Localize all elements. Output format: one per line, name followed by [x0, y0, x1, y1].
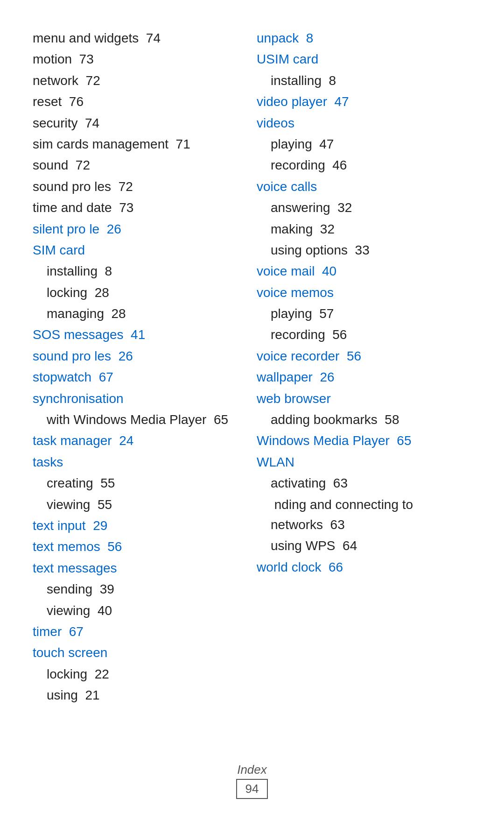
- sub-entry: using 21: [33, 685, 243, 705]
- index-link-entry[interactable]: text memos 56: [33, 537, 243, 557]
- sub-entry: installing 8: [33, 261, 243, 281]
- index-link-entry[interactable]: stopwatch 67: [33, 367, 243, 387]
- sub-entry: locking 28: [33, 283, 243, 303]
- sub-entry: recording 56: [257, 325, 471, 345]
- sub-entry: using WPS 64: [257, 536, 471, 556]
- index-link-entry[interactable]: videos: [257, 113, 471, 133]
- index-link-entry[interactable]: text input 29: [33, 516, 243, 536]
- index-link-entry[interactable]: Windows Media Player 65: [257, 431, 471, 451]
- footer-label: Index: [0, 763, 504, 777]
- index-link-entry[interactable]: sound pro les 26: [33, 346, 243, 366]
- sub-entry: with Windows Media Player 65: [33, 410, 243, 430]
- right-column: unpack 8USIM cardinstalling 8video playe…: [252, 28, 471, 707]
- page-footer: Index 94: [0, 763, 504, 799]
- index-link-entry[interactable]: touch screen: [33, 643, 243, 663]
- index-link-entry[interactable]: wallpaper 26: [257, 367, 471, 387]
- sub-entry: installing 8: [257, 71, 471, 91]
- sub-entry: making 32: [257, 219, 471, 239]
- sub-entry: creating 55: [33, 473, 243, 493]
- footer-page-number: 94: [236, 779, 268, 799]
- sub-entry: recording 46: [257, 155, 471, 175]
- index-link-entry[interactable]: voice calls: [257, 177, 471, 197]
- index-link-entry[interactable]: tasks: [33, 452, 243, 472]
- index-link-entry[interactable]: WLAN: [257, 452, 471, 472]
- index-plain-entry: sound pro les 72: [33, 177, 243, 197]
- sub-entry: using options 33: [257, 240, 471, 260]
- index-link-entry[interactable]: text messages: [33, 558, 243, 578]
- index-plain-entry: network 72: [33, 71, 243, 91]
- page-content: menu and widgets 74motion 73network 72re…: [0, 0, 504, 763]
- index-plain-entry: menu and widgets 74: [33, 28, 243, 48]
- sub-entry: playing 57: [257, 304, 471, 324]
- left-column: menu and widgets 74motion 73network 72re…: [33, 28, 252, 707]
- index-link-entry[interactable]: voice mail 40: [257, 261, 471, 281]
- index-link-entry[interactable]: unpack 8: [257, 28, 471, 48]
- index-link-entry[interactable]: USIM card: [257, 49, 471, 69]
- index-link-entry[interactable]: task manager 24: [33, 431, 243, 451]
- index-plain-entry: time and date 73: [33, 198, 243, 218]
- index-link-entry[interactable]: voice memos: [257, 283, 471, 303]
- sub-entry: answering 32: [257, 198, 471, 218]
- index-plain-entry: reset 76: [33, 92, 243, 112]
- sub-entry: adding bookmarks 58: [257, 410, 471, 430]
- index-plain-entry: sim cards management 71: [33, 134, 243, 154]
- sub-entry: nding and connecting to networks 63: [257, 495, 471, 535]
- sub-entry: locking 22: [33, 664, 243, 684]
- sub-entry: viewing 55: [33, 495, 243, 515]
- index-link-entry[interactable]: SIM card: [33, 240, 243, 260]
- index-link-entry[interactable]: web browser: [257, 389, 471, 409]
- sub-entry: playing 47: [257, 134, 471, 154]
- index-plain-entry: security 74: [33, 113, 243, 133]
- sub-entry: activating 63: [257, 473, 471, 493]
- sub-entry: viewing 40: [33, 601, 243, 621]
- index-link-entry[interactable]: voice recorder 56: [257, 346, 471, 366]
- index-link-entry[interactable]: world clock 66: [257, 557, 471, 577]
- sub-entry: sending 39: [33, 579, 243, 599]
- sub-entry: managing 28: [33, 304, 243, 324]
- index-link-entry[interactable]: video player 47: [257, 92, 471, 112]
- index-link-entry[interactable]: silent pro le 26: [33, 219, 243, 239]
- index-link-entry[interactable]: synchronisation: [33, 389, 243, 409]
- index-link-entry[interactable]: SOS messages 41: [33, 325, 243, 345]
- index-plain-entry: sound 72: [33, 155, 243, 175]
- index-link-entry[interactable]: timer 67: [33, 622, 243, 642]
- index-plain-entry: motion 73: [33, 49, 243, 69]
